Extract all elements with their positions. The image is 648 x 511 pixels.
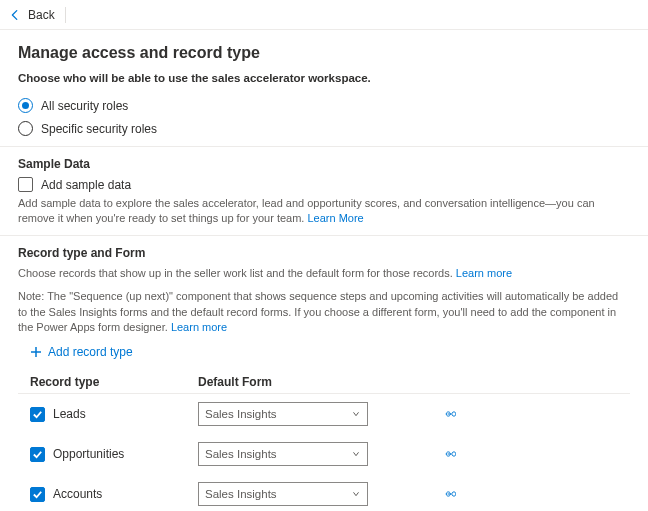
back-arrow-icon xyxy=(8,8,22,22)
plus-icon xyxy=(30,346,42,358)
col-header-type: Record type xyxy=(18,375,198,389)
default-form-select[interactable]: Sales Insights xyxy=(198,442,368,466)
add-sample-label: Add sample data xyxy=(41,178,131,192)
radio-specific-roles[interactable]: Specific security roles xyxy=(18,121,630,136)
add-record-type-button[interactable]: Add record type xyxy=(30,345,630,359)
select-value: Sales Insights xyxy=(205,408,277,420)
default-form-select[interactable]: Sales Insights xyxy=(198,482,368,506)
row-checkbox[interactable] xyxy=(30,407,45,422)
row-checkbox[interactable] xyxy=(30,447,45,462)
chevron-down-icon xyxy=(351,409,361,419)
radio-icon xyxy=(18,98,33,113)
back-button[interactable]: Back xyxy=(8,8,55,22)
default-form-select[interactable]: Sales Insights xyxy=(198,402,368,426)
record-title: Record type and Form xyxy=(18,246,630,260)
link-icon[interactable] xyxy=(442,489,630,499)
page-title: Manage access and record type xyxy=(18,44,630,62)
record-table: Record type Default Form LeadsSales Insi… xyxy=(18,371,630,511)
radio-all-roles[interactable]: All security roles xyxy=(18,98,630,113)
row-type-label: Leads xyxy=(53,407,86,421)
link-icon[interactable] xyxy=(442,449,630,459)
link-icon[interactable] xyxy=(442,409,630,419)
sample-helper: Add sample data to explore the sales acc… xyxy=(18,196,630,227)
col-header-form: Default Form xyxy=(198,375,418,389)
page-subhead: Choose who will be able to use the sales… xyxy=(18,72,630,84)
sample-title: Sample Data xyxy=(18,157,630,171)
record-helper-2: Note: The "Sequence (up next)" component… xyxy=(18,289,630,335)
table-row: LeadsSales Insights xyxy=(18,394,630,434)
row-checkbox[interactable] xyxy=(30,487,45,502)
record-learn-link-1[interactable]: Learn more xyxy=(456,267,512,279)
add-record-label: Add record type xyxy=(48,345,133,359)
row-type-label: Accounts xyxy=(53,487,102,501)
table-row: OpportunitiesSales Insights xyxy=(18,434,630,474)
radio-icon xyxy=(18,121,33,136)
select-value: Sales Insights xyxy=(205,448,277,460)
radio-label: All security roles xyxy=(41,99,128,113)
row-type-label: Opportunities xyxy=(53,447,124,461)
select-value: Sales Insights xyxy=(205,488,277,500)
chevron-down-icon xyxy=(351,489,361,499)
table-row: AccountsSales Insights xyxy=(18,474,630,511)
add-sample-checkbox[interactable] xyxy=(18,177,33,192)
record-learn-link-2[interactable]: Learn more xyxy=(171,321,227,333)
record-helper-1: Choose records that show up in the selle… xyxy=(18,266,630,281)
sample-learn-link[interactable]: Learn More xyxy=(307,212,363,224)
back-label: Back xyxy=(28,8,55,22)
radio-label: Specific security roles xyxy=(41,122,157,136)
divider xyxy=(65,7,66,23)
roles-radio-group: All security roles Specific security rol… xyxy=(18,98,630,136)
chevron-down-icon xyxy=(351,449,361,459)
